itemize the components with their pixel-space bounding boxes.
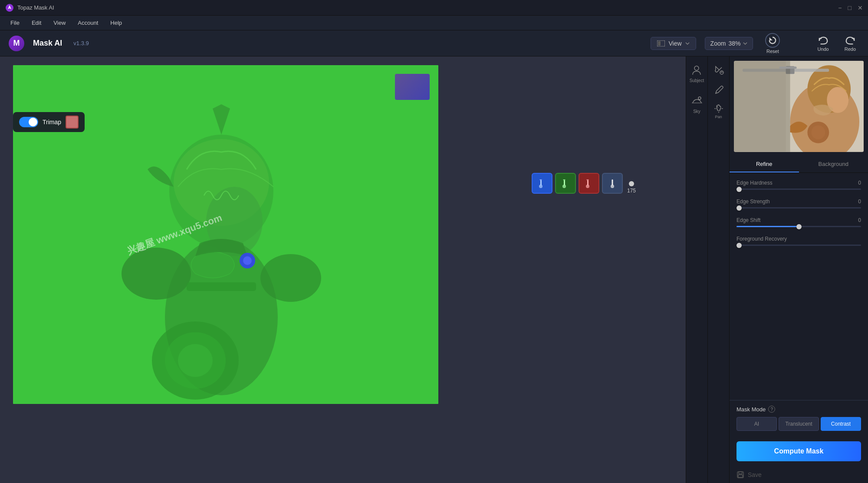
tab-background[interactable]: Background — [799, 156, 868, 172]
sliders-section: Edge Hardness 0 Edge Strength 0 — [730, 173, 868, 400]
mask-mode-section: Mask Mode ? AI Translucent Contrast — [730, 400, 868, 436]
right-tool-panel: Pan — [707, 56, 729, 483]
pan-button[interactable]: Pan — [711, 103, 727, 119]
save-label: Save — [748, 471, 762, 478]
preview-image — [734, 61, 864, 152]
minimize-button[interactable]: − — [838, 4, 842, 11]
zoom-button[interactable]: Zoom 38% — [705, 37, 753, 50]
view-button[interactable]: View — [651, 37, 696, 50]
svg-rect-28 — [612, 179, 613, 185]
sky-label: Sky — [693, 109, 700, 114]
brush-toolbar: 175 — [532, 173, 636, 194]
redo-button[interactable]: Redo — [841, 33, 859, 53]
keep-brush-button[interactable] — [532, 173, 552, 194]
edge-hardness-track[interactable] — [736, 189, 861, 190]
mask-mode-help-button[interactable]: ? — [768, 406, 775, 413]
svg-rect-41 — [734, 61, 790, 152]
sky-icon — [691, 95, 703, 107]
paint-bucket-button[interactable] — [711, 62, 727, 77]
edge-shift-label: Edge Shift — [736, 217, 760, 223]
main-toolbar: M Mask AI v1.3.9 View Zoom 38% Reset — [0, 30, 868, 56]
foreground-recovery-label: Foreground Recovery — [736, 236, 787, 242]
reset-label: Reset — [766, 49, 779, 54]
menubar: File Edit View Account Help — [0, 16, 868, 30]
window-controls: − □ ✕ — [838, 4, 863, 11]
undo-icon — [818, 35, 829, 46]
svg-rect-44 — [739, 472, 742, 474]
brush-size-control: 175 — [627, 181, 636, 194]
mask-mode-contrast[interactable]: Contrast — [821, 417, 861, 431]
refine-brush-button[interactable] — [602, 173, 623, 194]
edge-shift-row: Edge Shift 0 — [736, 217, 861, 227]
svg-point-29 — [694, 66, 699, 70]
menu-file[interactable]: File — [5, 18, 25, 28]
app-logo: M — [9, 36, 24, 51]
purple-corner-decoration — [395, 74, 430, 100]
size-dot — [629, 181, 634, 186]
maximize-button[interactable]: □ — [848, 4, 852, 11]
svg-rect-42 — [779, 66, 797, 69]
close-button[interactable]: ✕ — [858, 4, 863, 11]
edge-hardness-row: Edge Hardness 0 — [736, 180, 861, 190]
save-row[interactable]: Save — [730, 466, 868, 483]
edge-strength-track[interactable] — [736, 207, 861, 208]
edge-shift-track[interactable] — [736, 226, 861, 227]
pan-icon — [713, 103, 724, 114]
svg-marker-23 — [563, 179, 566, 181]
svg-rect-2 — [658, 41, 661, 46]
erase-brush-button[interactable] — [579, 173, 599, 194]
pen-button[interactable] — [711, 83, 727, 98]
mask-mode-buttons: AI Translucent Contrast — [736, 417, 861, 431]
compute-mask-button[interactable]: Compute Mask — [736, 441, 861, 461]
erase-brush-icon — [584, 179, 594, 188]
menu-edit[interactable]: Edit — [26, 18, 46, 28]
trimap-label: Trimap — [43, 119, 61, 126]
reset-icon — [767, 35, 778, 46]
svg-point-30 — [698, 97, 701, 99]
edge-shift-value: 0 — [858, 217, 861, 223]
mask-mode-ai[interactable]: AI — [736, 417, 777, 431]
trimap-bar: Trimap — [13, 112, 85, 132]
save-icon — [736, 471, 744, 479]
app-version: v1.3.9 — [73, 40, 89, 46]
edge-hardness-value: 0 — [858, 180, 861, 186]
svg-point-17 — [243, 256, 252, 265]
svg-marker-26 — [586, 179, 589, 181]
svg-marker-3 — [769, 37, 773, 40]
brush-size-value: 175 — [627, 188, 636, 194]
view-icon — [657, 40, 665, 46]
preview-container — [730, 56, 868, 156]
mask-mode-translucent[interactable]: Translucent — [779, 417, 819, 431]
zoom-value: 38% — [728, 40, 740, 47]
svg-marker-20 — [539, 179, 542, 181]
menu-help[interactable]: Help — [105, 18, 127, 28]
undo-button[interactable]: Undo — [814, 33, 832, 53]
foreground-recovery-row: Foreground Recovery — [736, 236, 861, 246]
edge-strength-label: Edge Strength — [736, 198, 770, 205]
tab-refine[interactable]: Refine — [730, 156, 799, 172]
view-label: View — [668, 40, 681, 47]
titlebar-title: Topaz Mask AI — [17, 4, 835, 11]
foreground-recovery-track[interactable] — [736, 245, 861, 246]
trimap-toggle[interactable] — [19, 117, 38, 127]
keep-brush-icon — [537, 179, 547, 188]
reset-button[interactable]: Reset — [762, 31, 783, 56]
trimap-color-picker[interactable] — [66, 116, 79, 129]
redo-label: Redo — [845, 46, 856, 52]
refine-brush-icon — [608, 179, 617, 188]
edge-strength-row: Edge Strength 0 — [736, 198, 861, 208]
subject-button[interactable]: Subject — [687, 62, 707, 86]
canvas-area[interactable]: 兴趣屋 www.xqu5.com Trimap — [0, 56, 686, 483]
sky-button[interactable]: Sky — [688, 93, 706, 116]
pan-label: Pan — [715, 115, 722, 119]
delete-brush-button[interactable] — [555, 173, 576, 194]
delete-brush-icon — [561, 179, 570, 188]
menu-view[interactable]: View — [48, 18, 71, 28]
chevron-down-icon — [685, 42, 690, 45]
chevron-down-icon-zoom — [743, 42, 747, 45]
menu-account[interactable]: Account — [72, 18, 103, 28]
zoom-label: Zoom — [710, 40, 726, 47]
subject-label: Subject — [690, 78, 704, 83]
app-name: Mask AI — [33, 39, 62, 48]
subject-sky-panel: Subject Sky — [686, 56, 707, 483]
